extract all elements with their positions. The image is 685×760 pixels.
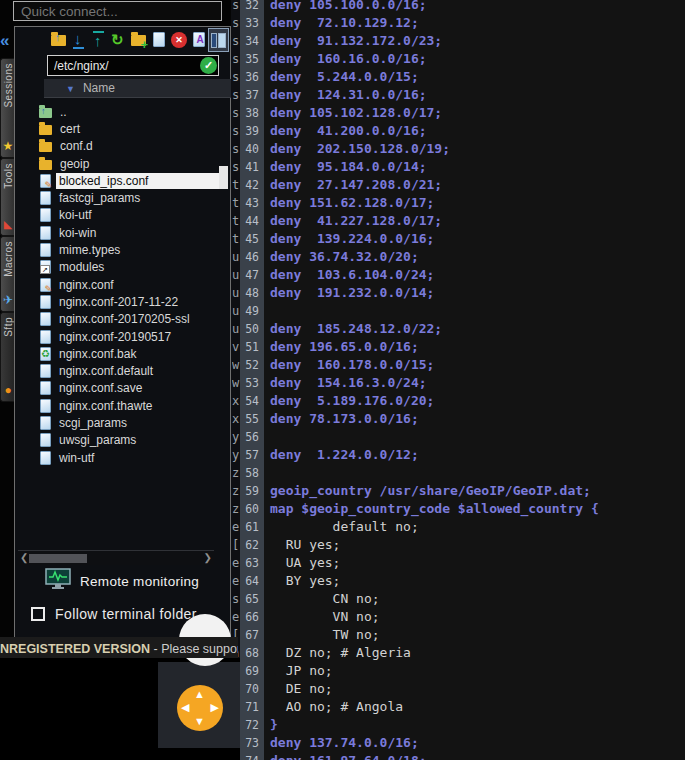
line-number: 39 (240, 122, 264, 140)
file-row[interactable]: koi-win (15, 224, 221, 241)
code-line[interactable]: z58 (231, 464, 685, 482)
code-line[interactable]: e64 BY yes; (231, 572, 685, 590)
code-line[interactable]: e66 VN no; (231, 608, 685, 626)
horizontal-scrollbar-thumb[interactable] (29, 554, 87, 563)
collapse-sidebar-button[interactable]: « (0, 29, 13, 53)
code-line[interactable]: [73deny 137.74.0.0/16; (231, 734, 685, 752)
file-row[interactable]: .. (15, 103, 221, 120)
file-row[interactable]: nginx.conf (15, 276, 221, 293)
tools-icon: ◣ (4, 217, 12, 231)
code-line[interactable]: s40deny 202.150.128.0/19; (231, 140, 685, 158)
background-text-fragment: e (232, 518, 240, 536)
file-row[interactable]: nginx.conf.bak (15, 345, 221, 362)
file-row[interactable]: nginx.conf-20170205-ssl (15, 311, 221, 328)
file-row[interactable]: blocked_ips.conf (15, 172, 221, 189)
code-line[interactable]: [62 RU yes; (231, 536, 685, 554)
editor-pane[interactable]: s32deny 105.100.0.0/16;s33deny 72.10.129… (231, 0, 685, 760)
code-line[interactable]: t44deny 41.227.128.0/17; (231, 212, 685, 230)
code-line[interactable]: s38deny 105.102.128.0/17; (231, 104, 685, 122)
code-line[interactable]: t42deny 27.147.208.0/21; (231, 176, 685, 194)
code-line[interactable]: w52deny 160.178.0.0/15; (231, 356, 685, 374)
refresh-icon[interactable]: ↻ (109, 29, 128, 51)
code-line[interactable]: e71 AO no; # Angola (231, 698, 685, 716)
file-row[interactable]: nginx.conf-2017-11-22 (15, 293, 221, 310)
file-row[interactable]: conf.d (15, 138, 221, 155)
code-line[interactable]: x54deny 5.189.176.0/20; (231, 392, 685, 410)
code-line[interactable]: u48deny 191.232.0.0/14; (231, 284, 685, 302)
code-line[interactable]: v51deny 196.65.0.0/16; (231, 338, 685, 356)
file-row[interactable]: modules (15, 259, 221, 276)
scroll-right-arrow-icon[interactable]: ❯ (204, 552, 212, 563)
file-row[interactable]: koi-utf (15, 207, 221, 224)
code-line[interactable]: s37deny 124.31.0.0/16; (231, 86, 685, 104)
code-line[interactable]: z59geoip_country /usr/share/GeoIP/GeoIP.… (231, 482, 685, 500)
file-name: uwsgi_params (56, 432, 139, 448)
code-line[interactable]: s35deny 160.16.0.0/16; (231, 50, 685, 68)
scroll-left-arrow-icon[interactable]: ❮ (20, 552, 28, 563)
code-line[interactable]: y56 (231, 428, 685, 446)
code-line[interactable]: s34deny 91.132.172.0/23; (231, 32, 685, 50)
code-line[interactable]: u50deny 185.248.12.0/22; (231, 320, 685, 338)
code-line[interactable]: e74deny 161.97.64.0/18; (231, 752, 685, 760)
remote-monitoring-button[interactable]: Remote monitoring (45, 568, 199, 594)
path-input[interactable] (47, 55, 219, 76)
check-icon[interactable]: ✓ (200, 57, 217, 74)
code-line[interactable]: u49 (231, 302, 685, 320)
code-line[interactable]: y57deny 1.224.0.0/12; (231, 446, 685, 464)
code-text: map $geoip_country_code $allowed_country… (264, 500, 599, 518)
sidebar-tab-sessions[interactable]: Sessions★ (0, 58, 15, 158)
code-line[interactable]: s65 CN no; (231, 590, 685, 608)
code-line[interactable]: t45deny 139.224.0.0/16; (231, 230, 685, 248)
code-line[interactable]: e63 UA yes; (231, 554, 685, 572)
code-line[interactable]: z60map $geoip_country_code $allowed_coun… (231, 500, 685, 518)
delete-icon[interactable]: ✕ (169, 29, 188, 51)
sidebar-tab-sftp[interactable]: Sftp● (0, 312, 15, 402)
code-line[interactable]: n69 JP no; (231, 662, 685, 680)
file-row[interactable]: geoip (15, 155, 221, 172)
code-text: default no; (264, 518, 419, 536)
code-line[interactable]: [67 TW no; (231, 626, 685, 644)
sidebar-tab-tools[interactable]: Tools◣ (0, 158, 15, 236)
code-line[interactable]: w53deny 154.16.3.0/24; (231, 374, 685, 392)
upload-icon[interactable]: ↑ (89, 29, 108, 51)
file-row[interactable]: nginx.conf.save (15, 380, 221, 397)
code-line[interactable]: e72} (231, 716, 685, 734)
file-row[interactable]: scgi_params (15, 414, 221, 431)
code-line[interactable]: s41deny 95.184.0.0/14; (231, 158, 685, 176)
file-row[interactable]: nginx.conf-20190517 (15, 328, 221, 345)
follow-terminal-checkbox[interactable] (31, 607, 45, 621)
code-line[interactable]: [70 DE no; (231, 680, 685, 698)
sidebar-tab-macros[interactable]: Macros✈ (0, 236, 15, 312)
file-row[interactable]: nginx.conf.default (15, 362, 221, 379)
code-line[interactable]: e61 default no; (231, 518, 685, 536)
new-file-icon[interactable] (149, 29, 168, 51)
horizontal-scrollbar[interactable]: ❮ ❯ (18, 550, 214, 565)
code-line[interactable]: u46deny 36.74.32.0/20; (231, 248, 685, 266)
code-line[interactable]: s36deny 5.244.0.0/15; (231, 68, 685, 86)
code-line[interactable]: u47deny 103.6.104.0/24; (231, 266, 685, 284)
rename-icon[interactable]: A (189, 29, 208, 51)
file-row[interactable]: cert (15, 120, 221, 137)
code-line[interactable]: s39deny 41.200.0.0/16; (231, 122, 685, 140)
follow-terminal-folder-option[interactable]: Follow terminal folder (31, 606, 197, 622)
file-row[interactable]: win-utf (15, 449, 221, 466)
code-line[interactable]: s33deny 72.10.129.12; (231, 14, 685, 32)
download-icon[interactable]: ↓ (69, 29, 88, 51)
file-row[interactable]: uwsgi_params (15, 432, 221, 449)
code-line[interactable]: n68 DZ no; # Algeria (231, 644, 685, 662)
move-widget-button[interactable]: ▲ ▼ ◀ ▶ (177, 685, 223, 731)
code-line[interactable]: x55deny 78.173.0.0/16; (231, 410, 685, 428)
quick-connect-input[interactable] (13, 1, 222, 21)
new-folder-icon[interactable]: + (129, 29, 148, 51)
line-number: 40 (240, 140, 264, 158)
code-line[interactable]: t43deny 151.62.128.0/17; (231, 194, 685, 212)
parent-folder-icon[interactable]: ↑ (49, 29, 68, 51)
name-column-header[interactable]: ▼Name (44, 79, 231, 98)
vertical-scrollbar-thumb[interactable] (219, 166, 228, 189)
file-row[interactable]: fastcgi_params (15, 189, 221, 206)
x-glyph: ✕ (171, 32, 187, 48)
dual-pane-icon[interactable] (209, 29, 228, 51)
code-line[interactable]: s32deny 105.100.0.0/16; (231, 0, 685, 14)
file-row[interactable]: mime.types (15, 241, 221, 258)
file-row[interactable]: nginx.conf.thawte (15, 397, 221, 414)
